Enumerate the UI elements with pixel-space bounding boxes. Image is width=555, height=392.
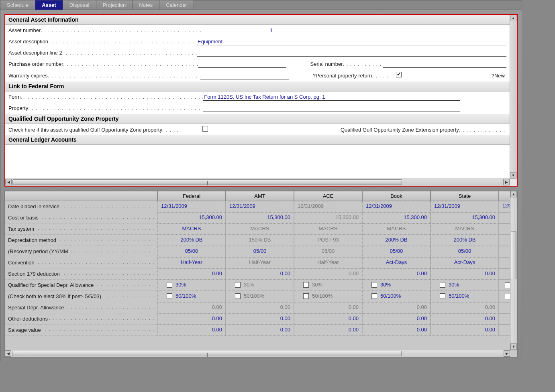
scroll-left-icon[interactable]: ◀ xyxy=(5,350,11,357)
checkbox-special-depr[interactable] xyxy=(440,293,445,299)
checkbox-special-depr[interactable] xyxy=(371,293,377,299)
grid-cell-amt[interactable]: 0.00 xyxy=(226,302,294,313)
grid-header-state[interactable]: State xyxy=(431,191,499,201)
grid-cell-ace[interactable]: 0.00 xyxy=(294,302,362,313)
grid-cell-state[interactable]: 0.00 xyxy=(431,302,499,313)
grid-cell-amt[interactable]: 150% DB xyxy=(226,235,294,246)
grid-cell-federal[interactable]: Half-Year xyxy=(157,257,226,268)
bottom-horizontal-scrollbar[interactable]: ◀ ||| ▶ xyxy=(5,350,510,357)
grid-cell-ace[interactable]: 05/00 xyxy=(294,246,362,257)
tab-disposal[interactable]: Disposal xyxy=(63,0,96,10)
grid-cell-amt[interactable]: 50/100% xyxy=(226,291,294,302)
grid-cell-book[interactable]: 0.00 xyxy=(362,302,431,313)
checkbox-special-depr[interactable] xyxy=(235,293,241,299)
input-warranty[interactable] xyxy=(200,72,289,79)
bottom-vertical-scrollbar[interactable]: ▲ ▼ xyxy=(510,191,517,350)
scroll-right-icon[interactable]: ▶ xyxy=(503,179,510,185)
grid-cell-amt[interactable]: MACRS xyxy=(226,223,294,235)
grid-cell-ace[interactable]: 15,300.00 xyxy=(294,212,362,223)
checkbox-gulf-zone[interactable] xyxy=(202,126,208,132)
grid-cell-federal[interactable]: 0.00 xyxy=(157,325,226,336)
grid-cell-state[interactable]: 15,300.00 xyxy=(431,212,499,223)
grid-cell-book[interactable]: Act-Days xyxy=(362,257,431,268)
grid-cell-state[interactable]: 200% DB xyxy=(431,235,499,246)
checkbox-personal-property-return[interactable] xyxy=(396,72,402,77)
checkbox-special-depr[interactable] xyxy=(371,282,377,288)
grid-cell-federal[interactable]: 30% xyxy=(157,280,226,291)
top-vertical-scrollbar[interactable]: ▲ ▼ xyxy=(510,15,517,179)
grid-cell-amt[interactable]: 0.00 xyxy=(226,268,294,280)
grid-cell-federal[interactable]: 15,300.00 xyxy=(157,212,226,223)
grid-cell-book[interactable]: MACRS xyxy=(362,223,431,235)
grid-header-ace[interactable]: ACE xyxy=(294,191,362,201)
grid-cell-book[interactable]: 0.00 xyxy=(362,268,431,280)
tab-notes[interactable]: Notes xyxy=(133,0,159,10)
grid-header-amt[interactable]: AMT xyxy=(226,191,294,201)
input-asset-desc[interactable] xyxy=(197,38,506,45)
grid-cell-amt[interactable]: 12/31/2009 xyxy=(226,201,294,212)
grid-header-book[interactable]: Book xyxy=(362,191,431,201)
grid-cell-federal[interactable]: 0.00 xyxy=(157,268,226,280)
grid-cell-federal[interactable]: 200% DB xyxy=(157,235,226,246)
input-property[interactable] xyxy=(203,105,460,112)
grid-cell-book[interactable]: 05/00 xyxy=(362,246,431,257)
grid-cell-state[interactable]: 50/100% xyxy=(431,291,499,302)
scroll-down-icon[interactable]: ▼ xyxy=(510,343,517,350)
grid-cell-state[interactable]: MACRS xyxy=(431,223,499,235)
grid-cell-amt[interactable]: 0.00 xyxy=(226,313,294,325)
grid-cell-amt[interactable]: 05/00 xyxy=(226,246,294,257)
grid-cell-federal[interactable]: 12/31/2009 xyxy=(157,201,226,212)
scroll-up-icon[interactable]: ▲ xyxy=(510,191,517,197)
tab-schedule[interactable]: Schedule xyxy=(0,0,35,10)
checkbox-special-depr[interactable] xyxy=(167,293,172,299)
grid-cell-state[interactable]: 12/31/2009 xyxy=(431,201,499,212)
input-asset-number[interactable] xyxy=(201,27,273,34)
tab-calendar[interactable]: Calendar xyxy=(159,0,194,10)
grid-cell-ace[interactable]: 0.00 xyxy=(294,268,362,280)
grid-cell-state[interactable]: Act-Days xyxy=(431,257,499,268)
grid-cell-book[interactable]: 12/31/2009 xyxy=(362,201,431,212)
checkbox-special-depr[interactable] xyxy=(440,282,445,288)
scroll-down-icon[interactable]: ▼ xyxy=(510,172,516,179)
input-form[interactable] xyxy=(203,93,460,101)
grid-cell-amt[interactable]: 30% xyxy=(226,280,294,291)
input-asset-desc2[interactable] xyxy=(197,49,506,57)
grid-cell-ace[interactable]: 12/31/2009 xyxy=(294,201,362,212)
scroll-thumb-v[interactable] xyxy=(511,231,516,279)
checkbox-special-depr[interactable] xyxy=(303,282,309,288)
grid-cell-book[interactable]: 30% xyxy=(362,280,431,291)
scroll-left-icon[interactable]: ◀ xyxy=(5,179,12,185)
checkbox-special-depr[interactable] xyxy=(505,282,510,288)
checkbox-special-depr[interactable] xyxy=(167,282,172,288)
scroll-thumb[interactable]: ||| xyxy=(12,179,402,185)
grid-cell-federal[interactable]: MACRS xyxy=(157,223,226,235)
grid-cell-ace[interactable]: 50/100% xyxy=(294,291,362,302)
grid-cell-ace[interactable]: 30% xyxy=(294,280,362,291)
grid-cell-book[interactable]: 0.00 xyxy=(362,313,431,325)
grid-cell-state[interactable]: 30% xyxy=(431,280,499,291)
grid-cell-federal[interactable]: 0.00 xyxy=(157,302,226,313)
grid-cell-amt[interactable]: 15,300.00 xyxy=(226,212,294,223)
tab-asset[interactable]: Asset xyxy=(35,0,63,10)
grid-cell-ace[interactable]: MACRS xyxy=(294,223,362,235)
checkbox-special-depr[interactable] xyxy=(505,294,510,299)
checkbox-special-depr[interactable] xyxy=(303,293,309,299)
input-po-number[interactable] xyxy=(198,61,286,68)
input-serial-number[interactable] xyxy=(383,61,506,68)
grid-cell-state[interactable]: 0.00 xyxy=(431,325,499,336)
scroll-thumb[interactable]: ||| xyxy=(12,351,402,356)
grid-cell-book[interactable]: 15,300.00 xyxy=(362,212,431,223)
top-horizontal-scrollbar[interactable]: ◀ ||| ▶ xyxy=(5,179,510,186)
grid-header-federal[interactable]: Federal xyxy=(157,191,226,201)
grid-cell-state[interactable]: 0.00 xyxy=(431,268,499,280)
checkbox-special-depr[interactable] xyxy=(235,282,241,288)
grid-cell-ace[interactable]: 0.00 xyxy=(294,325,362,336)
grid-cell-amt[interactable]: 0.00 xyxy=(226,325,294,336)
grid-cell-ace[interactable]: POST 93 xyxy=(294,235,362,246)
grid-cell-ace[interactable]: 0.00 xyxy=(294,313,362,325)
grid-cell-book[interactable]: 50/100% xyxy=(362,291,431,302)
grid-cell-federal[interactable]: 05/00 xyxy=(157,246,226,257)
grid-cell-state[interactable]: 0.00 xyxy=(431,313,499,325)
grid-cell-book[interactable]: 0.00 xyxy=(362,325,431,336)
scroll-right-icon[interactable]: ▶ xyxy=(504,350,510,357)
